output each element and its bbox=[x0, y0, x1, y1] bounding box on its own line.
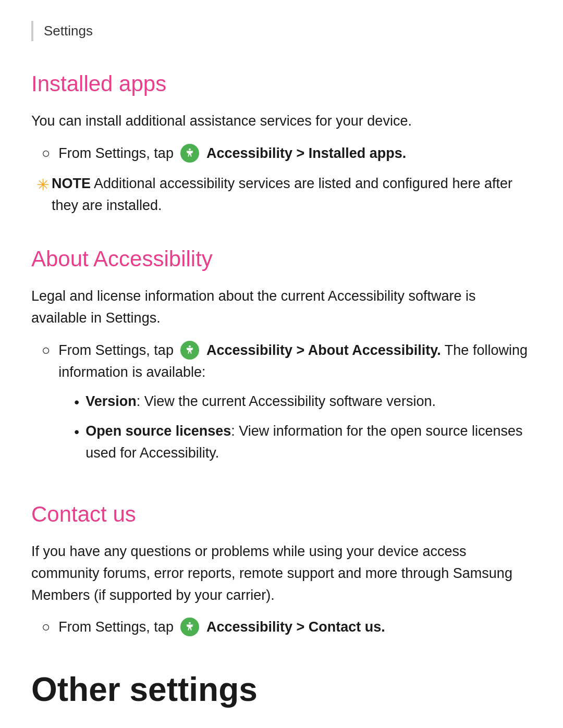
list-bullet-circle-3: ○ bbox=[42, 616, 50, 638]
version-bold: Version bbox=[85, 393, 137, 409]
about-accessibility-section: About Accessibility Legal and license in… bbox=[31, 242, 532, 471]
note-body: Additional accessibility services are li… bbox=[52, 176, 512, 213]
contact-us-section: Contact us If you have any questions or … bbox=[31, 498, 532, 638]
sub-list-item-version: • Version: View the current Accessibilit… bbox=[74, 391, 532, 413]
licenses-bold: Open source licenses bbox=[85, 423, 231, 439]
page-header: Settings bbox=[31, 21, 532, 41]
accessibility-icon-1 bbox=[180, 144, 199, 163]
about-accessibility-sub-list: • Version: View the current Accessibilit… bbox=[58, 391, 532, 464]
installed-apps-bold: Accessibility > Installed apps. bbox=[206, 145, 406, 161]
svg-point-2 bbox=[189, 622, 191, 624]
accessibility-icon-2 bbox=[180, 341, 199, 360]
about-accessibility-intro: Legal and license information about the … bbox=[31, 286, 532, 329]
installed-apps-intro: You can install additional assistance se… bbox=[31, 110, 532, 132]
svg-point-0 bbox=[189, 149, 191, 151]
accessibility-icon-3 bbox=[180, 618, 199, 636]
other-settings-intro: Configure features on your device that m… bbox=[31, 725, 532, 728]
sub-bullet-2: • bbox=[74, 421, 79, 443]
contact-us-intro: If you have any questions or problems wh… bbox=[31, 541, 532, 607]
other-settings-title: Other settings bbox=[31, 664, 532, 714]
about-accessibility-list-content: From Settings, tap Accessibility > About… bbox=[58, 340, 532, 472]
about-accessibility-list-item: ○ From Settings, tap Accessibility > Abo… bbox=[31, 340, 532, 472]
sub-item-licenses-content: Open source licenses: View information f… bbox=[85, 421, 532, 464]
svg-point-1 bbox=[189, 346, 191, 348]
installed-apps-title: Installed apps bbox=[31, 67, 532, 100]
contact-us-title: Contact us bbox=[31, 498, 532, 530]
installed-apps-section: Installed apps You can install additiona… bbox=[31, 67, 532, 216]
contact-us-list-item: ○ From Settings, tap Accessibility > Con… bbox=[31, 616, 532, 638]
list-bullet-circle: ○ bbox=[42, 143, 50, 164]
list-bullet-circle-2: ○ bbox=[42, 340, 50, 361]
contact-us-list-content: From Settings, tap Accessibility > Conta… bbox=[58, 616, 385, 638]
installed-apps-list-item: ○ From Settings, tap Accessibility > Ins… bbox=[31, 143, 532, 165]
note-star-icon: ✳ bbox=[36, 173, 50, 196]
note-content: NOTE Additional accessibility services a… bbox=[52, 173, 532, 217]
installed-apps-list-content: From Settings, tap Accessibility > Insta… bbox=[58, 143, 406, 165]
about-accessibility-title: About Accessibility bbox=[31, 242, 532, 275]
about-accessibility-bold: Accessibility > About Accessibility. bbox=[206, 342, 441, 358]
note-label: NOTE bbox=[52, 176, 91, 191]
sub-list-item-licenses: • Open source licenses: View information… bbox=[74, 421, 532, 464]
sub-bullet-1: • bbox=[74, 391, 79, 413]
contact-us-bold: Accessibility > Contact us. bbox=[206, 619, 385, 635]
other-settings-section: Other settings Configure features on you… bbox=[31, 664, 532, 728]
note-box: ✳ NOTE Additional accessibility services… bbox=[31, 173, 532, 217]
sub-item-version-content: Version: View the current Accessibility … bbox=[85, 391, 436, 413]
